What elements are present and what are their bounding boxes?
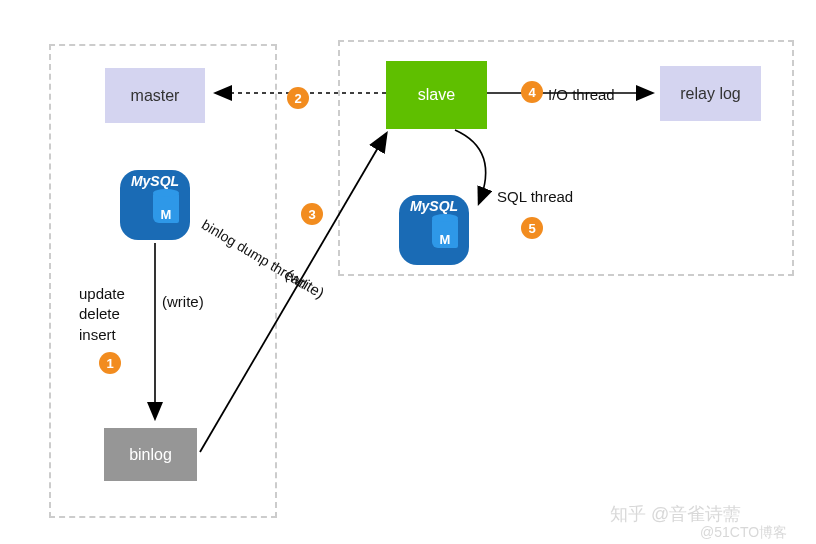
- step-1-badge: 1: [99, 352, 121, 374]
- master-node: master: [105, 68, 205, 123]
- watermark-zhihu: 知乎 @音雀诗薷: [610, 502, 741, 526]
- slave-node: slave: [386, 61, 487, 129]
- relay-log-node: relay log: [660, 66, 761, 121]
- write-1-label: (write): [162, 293, 204, 310]
- slave-label: slave: [418, 86, 455, 104]
- step-2-badge: 2: [287, 87, 309, 109]
- operations-text: update delete insert: [79, 284, 125, 345]
- step-4-badge: 4: [521, 81, 543, 103]
- step-3-badge: 3: [301, 203, 323, 225]
- io-thread-label: I/O thread: [548, 86, 615, 103]
- step-5-badge: 5: [521, 217, 543, 239]
- mysql-slave-icon: MySQL M: [399, 195, 469, 265]
- watermark-cto: @51CTO博客: [700, 524, 787, 542]
- mysql-master-icon: MySQL M: [120, 170, 190, 240]
- mysql-label-master: MySQL: [131, 173, 179, 189]
- binlog-label: binlog: [129, 446, 172, 464]
- master-label: master: [131, 87, 180, 105]
- write-2-label: (write): [283, 265, 327, 301]
- binlog-node: binlog: [104, 428, 197, 481]
- sql-thread-label: SQL thread: [497, 188, 573, 205]
- relay-label: relay log: [680, 85, 740, 103]
- mysql-label-slave: MySQL: [410, 198, 458, 214]
